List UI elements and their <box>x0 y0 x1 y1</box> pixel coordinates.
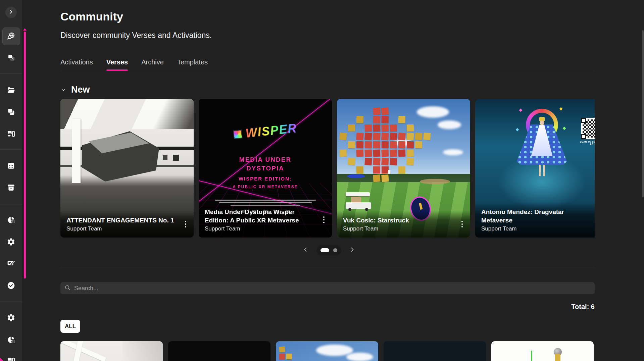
carousel-pagination <box>316 245 341 255</box>
sidebar-item-analytics[interactable] <box>7 216 15 224</box>
total-count-label: Total: 6 <box>571 303 595 311</box>
tab-archive[interactable]: Archive <box>141 58 164 70</box>
card-footer: Vuk Cosic: Starstruck Support Team <box>337 211 470 238</box>
section-title: New <box>71 85 90 95</box>
grid-thumbnail-starstruck[interactable] <box>276 341 378 361</box>
thumb-text-line: MEDIA UNDER DYSTOPIA <box>229 155 302 172</box>
grid-thumbnail-dark[interactable] <box>168 341 270 361</box>
card-menu-button[interactable] <box>183 218 188 230</box>
verse-card-dragvatar[interactable]: SCAN TO SEE IT IN AR Antonio Mendez: Dra… <box>475 99 595 238</box>
card-title: Antonio Mendez: Dragvatar Metaverse <box>481 208 595 224</box>
distant-figure <box>388 170 390 174</box>
verse-card-starstruck[interactable]: Vuk Cosic: Starstruck Support Team <box>337 99 470 238</box>
wisper-logo-text: WISPER <box>245 121 298 141</box>
card-title: Media Under Dystopia Wisper Edition: A P… <box>205 208 319 224</box>
filter-all-button[interactable]: ALL <box>60 320 80 333</box>
sidebar-item-duplicates[interactable] <box>7 107 15 116</box>
chevron-right-icon <box>8 9 14 16</box>
chevron-right-icon <box>349 246 356 254</box>
copy-icon <box>7 107 15 116</box>
check-circle-icon <box>7 281 15 290</box>
storyboard-media-icon <box>7 130 15 138</box>
sidebar-item-notes[interactable] <box>7 259 15 267</box>
card-footer: Media Under Dystopia Wisper Edition: A P… <box>199 202 332 238</box>
card-subtitle: Support Team <box>205 225 319 232</box>
sidebar-item-storyboard[interactable] <box>7 130 15 138</box>
carousel-page-1-dot[interactable] <box>320 248 329 252</box>
thumb-text-line: WISPER EDITION: <box>199 176 332 182</box>
all-verses-grid <box>60 341 597 361</box>
card-menu-button[interactable] <box>321 214 327 226</box>
golf-cart <box>346 192 372 211</box>
tab-templates[interactable]: Templates <box>177 58 208 70</box>
qr-caption: SCAN TO SEE IT IN AR <box>579 141 595 145</box>
sidebar-expand-button[interactable] <box>5 7 17 18</box>
folder-open-icon <box>7 86 15 95</box>
scroll-up-arrow[interactable] <box>23 28 27 31</box>
pie-chart-icon <box>7 216 15 224</box>
app-screen: Community Discover community Verses and … <box>0 0 644 361</box>
sidebar-divider <box>0 149 22 150</box>
sidebar-item-settings-secondary[interactable] <box>7 313 15 322</box>
chevron-left-icon <box>302 246 309 254</box>
chevron-down-icon[interactable] <box>60 87 66 93</box>
card-subtitle: Support Team <box>481 225 595 232</box>
tabs-divider <box>60 71 595 71</box>
archive-box-icon <box>7 183 15 192</box>
carousel-controls <box>295 244 362 256</box>
search-input[interactable] <box>74 285 591 292</box>
card-menu-button[interactable] <box>459 218 465 230</box>
storyboard-media-icon <box>7 356 15 361</box>
new-section-header: New <box>60 85 90 95</box>
grid-thumbnail-gallery[interactable] <box>60 341 163 361</box>
sidebar-item-analytics-secondary[interactable] <box>7 336 15 344</box>
gear-icon <box>7 313 15 322</box>
sidebar-item-approvals[interactable] <box>7 281 15 290</box>
card-subtitle: Support Team <box>66 225 174 232</box>
wisper-logo-mark <box>233 130 243 139</box>
sidebar-item-archive[interactable] <box>7 183 15 192</box>
grid-thumbnail-night[interactable] <box>384 341 486 361</box>
pie-chart-icon <box>7 336 15 344</box>
sidebar-divider <box>0 302 22 302</box>
verse-card-attendant-engagements[interactable]: ATTENDANT ENGAGEMENTS No. 1 Support Team <box>60 99 194 238</box>
carousel-next-button[interactable] <box>348 246 357 255</box>
thumb-text-line: A PUBLIC XR METAVERSE <box>199 185 332 189</box>
sidebar-divider <box>0 204 22 204</box>
sidebar <box>0 0 22 361</box>
tab-activations[interactable]: Activations <box>60 58 93 70</box>
page-title: Community <box>60 10 123 23</box>
sidebar-item-verses[interactable] <box>7 53 15 62</box>
page-scrollbar-thumb[interactable] <box>642 30 644 197</box>
card-title: Vuk Cosic: Starstruck <box>343 216 409 224</box>
note-edit-icon <box>7 259 15 267</box>
calendar-icon <box>7 161 15 170</box>
card-title: ATTENDANT ENGAGEMENTS No. 1 <box>66 216 174 224</box>
card-subtitle: Support Team <box>343 225 409 232</box>
qr-code <box>581 118 595 139</box>
new-verses-carousel: ATTENDANT ENGAGEMENTS No. 1 Support Team… <box>60 99 595 238</box>
sidebar-divider <box>0 73 22 73</box>
page-subtitle: Discover community Verses and Activation… <box>60 31 212 40</box>
left-scrollbar-thumb[interactable] <box>24 32 26 278</box>
tab-bar: Activations Verses Archive Templates <box>60 58 208 70</box>
carousel-prev-button[interactable] <box>301 246 310 255</box>
sidebar-item-settings[interactable] <box>7 238 15 246</box>
sidebar-item-storyboard-partial[interactable] <box>7 356 15 361</box>
tab-verses[interactable]: Verses <box>106 58 128 70</box>
verse-card-media-under-dystopia[interactable]: WISPER MEDIA UNDER DYSTOPIA WISPER EDITI… <box>199 99 332 238</box>
layers-icon <box>7 53 15 62</box>
sidebar-item-calendar[interactable] <box>7 161 15 170</box>
section-divider <box>60 268 595 268</box>
card-footer: ATTENDANT ENGAGEMENTS No. 1 Support Team <box>60 211 194 238</box>
sidebar-item-community[interactable] <box>7 32 15 41</box>
carousel-page-2-dot[interactable] <box>333 248 337 252</box>
search-bar <box>60 282 595 294</box>
grid-thumbnail-studio[interactable] <box>491 341 594 361</box>
gear-icon <box>7 238 15 246</box>
search-icon <box>64 285 71 292</box>
card-footer: Antonio Mendez: Dragvatar Metaverse Supp… <box>475 202 595 238</box>
sidebar-item-files[interactable] <box>7 86 15 95</box>
globe-search-icon <box>7 32 15 41</box>
